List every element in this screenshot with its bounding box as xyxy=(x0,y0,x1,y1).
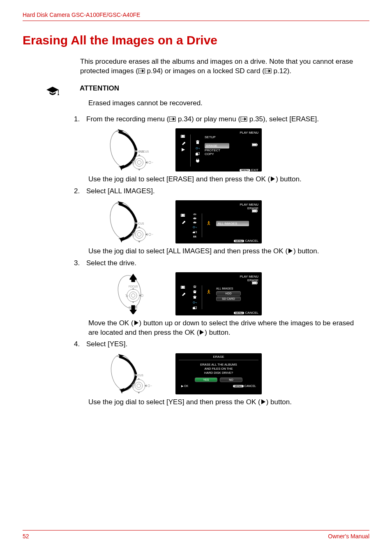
battery-icon xyxy=(252,281,258,285)
ok-hint: ▶ OK xyxy=(181,385,188,388)
link-arrow-icon xyxy=(138,68,145,74)
protect-icon: О¬ xyxy=(193,226,197,229)
menu-item: COPY xyxy=(205,152,258,156)
step-number: 2. xyxy=(74,187,86,196)
trash-icon xyxy=(193,290,197,293)
copy-icon xyxy=(193,306,197,309)
link-arrow-icon xyxy=(265,68,272,74)
intro-text-3: ). xyxy=(287,67,291,75)
copy-icon xyxy=(193,231,197,233)
intro-ref-2: p.12 xyxy=(272,67,287,75)
page-footer: 52 Owner's Manual xyxy=(23,530,369,540)
camera-screen-2: PLAY MENUERASE О¬ ALL IMAGES M xyxy=(175,200,262,243)
print-icon xyxy=(196,159,200,163)
figure-step1: FOCUS PLAY MENU О¬ SETUP ERASE xyxy=(88,128,392,171)
submenu-heading: ALL IMAGES xyxy=(216,287,258,290)
step1-sub: Use the jog dial to select [ERASE] and t… xyxy=(88,175,359,184)
dialog-message: ERASE ALL THE ALBUMS AND FILES ON THE HA… xyxy=(179,363,258,375)
screen-bottom: MENU CANCEL xyxy=(179,311,258,315)
trash-icon xyxy=(193,222,197,223)
page-title: Erasing All the Images on a Drive xyxy=(23,33,369,47)
step-body: Select [YES]. xyxy=(86,340,359,349)
cancel-label: CANCEL xyxy=(245,239,258,243)
screen-menu: SETUP ERASE PROTECT COPY xyxy=(205,134,258,167)
no-button: NO xyxy=(220,378,242,382)
step1-ref1: p.34 xyxy=(176,115,191,123)
intro-text-2: ) or images on a locked SD card ( xyxy=(161,67,265,75)
cancel-label: CANCEL xyxy=(245,311,258,315)
step-body: Select [ALL IMAGES]. xyxy=(86,187,359,196)
figure-step2: PLAY MENUERASE О¬ ALL IMAGES M xyxy=(88,200,392,243)
print-icon xyxy=(193,236,197,237)
screen-col3-icons xyxy=(205,290,214,309)
figure-step3: PLAY MENUERASE О¬ ALL IMAGES HDD SD CAR xyxy=(88,272,392,315)
yes-button: YES xyxy=(195,378,217,382)
screen-title: PLAY MENUERASE xyxy=(179,275,258,282)
menu-pill: MENU xyxy=(234,240,244,242)
page-header: Hard Disk Camera GSC-A100FE/GSC-A40FE xyxy=(23,0,369,21)
step-number: 4. xyxy=(74,340,86,349)
dialog-title: ERASE xyxy=(179,355,258,359)
link-arrow-icon xyxy=(169,116,176,122)
exit-label: EXIT xyxy=(251,168,258,172)
run-icon xyxy=(207,290,212,294)
screen-col3-icons xyxy=(205,221,214,237)
menu-item: SETUP xyxy=(205,135,258,139)
play-icon xyxy=(288,248,293,254)
trash-icon xyxy=(193,296,197,299)
step-number: 1. xyxy=(74,115,86,124)
wrench-icon xyxy=(181,220,185,224)
screen-menu: ALL IMAGES xyxy=(216,213,258,237)
step-body: Select the drive. xyxy=(86,259,359,268)
battery-icon xyxy=(252,143,258,146)
step4-sub: Use the jog dial to select [YES] and the… xyxy=(88,398,359,407)
screen-left-icons xyxy=(179,213,188,237)
step-2: 2. Select [ALL IMAGES]. xyxy=(74,187,359,196)
step2-sub: Use the jog dial to select [ALL IMAGES] … xyxy=(88,247,359,256)
camera-screen-4: ERASE ERASE ALL THE ALBUMS AND FILES ON … xyxy=(175,353,262,394)
wrench-icon xyxy=(181,141,185,145)
screen-mid-icons: О¬ xyxy=(193,140,202,167)
drive-option: SD CARD xyxy=(216,297,241,301)
step-1: 1. From the recording menu ( p.34) or pl… xyxy=(74,115,359,124)
play-icon xyxy=(134,320,139,326)
jog-dial-rotate-icon xyxy=(88,200,171,243)
footer-label: Owner's Manual xyxy=(328,533,369,540)
step1-ref2: p.35 xyxy=(247,115,263,123)
figure-step4: ERASE ERASE ALL THE ALBUMS AND FILES ON … xyxy=(88,353,392,394)
attention-label: ATTENTION xyxy=(80,84,119,93)
menu-pill: MENU xyxy=(234,312,244,314)
cancel-hint: MENU CANCEL xyxy=(233,385,256,388)
protect-icon: О¬ xyxy=(196,147,200,150)
screen-bottom: MENU EXIT xyxy=(179,168,258,172)
battery-icon xyxy=(252,209,258,213)
play-glyph-icon xyxy=(181,148,185,152)
step-4: 4. Select [YES]. xyxy=(74,340,359,349)
play-icon xyxy=(199,329,205,335)
play-icon xyxy=(270,176,276,182)
menu-item-selected: ERASE xyxy=(205,143,229,148)
step1-a: From the recording menu ( xyxy=(86,115,169,123)
camera-screen-3: PLAY MENUERASE О¬ ALL IMAGES HDD SD CAR xyxy=(175,272,262,315)
film-icon xyxy=(181,213,186,218)
play-icon xyxy=(261,399,266,405)
step1-b: ) or play menu ( xyxy=(191,115,240,123)
trash-icon xyxy=(196,140,200,144)
link-arrow-icon xyxy=(240,116,247,122)
step-number: 3. xyxy=(74,259,86,268)
step-3: 3. Select the drive. xyxy=(74,259,359,268)
run-icon xyxy=(207,221,212,226)
attention-block: ATTENTION xyxy=(45,84,392,97)
trash-icon xyxy=(193,218,197,219)
screen-bottom: MENU CANCEL xyxy=(179,239,258,243)
wrench-icon xyxy=(181,292,185,296)
jog-dial-push-icon xyxy=(88,273,171,314)
intro-ref-1: p.94 xyxy=(145,67,161,75)
camera-screen-1: PLAY MENU О¬ SETUP ERASE PROTECT xyxy=(175,128,262,171)
screen-title: PLAY MENU xyxy=(179,131,258,134)
page-number: 52 xyxy=(23,533,29,540)
screen-col2-icons: О¬ xyxy=(190,213,199,237)
screen-left-icons xyxy=(179,285,188,309)
screen-col2-icons: О¬ xyxy=(190,285,199,309)
menu-item: PROTECT xyxy=(205,148,258,152)
